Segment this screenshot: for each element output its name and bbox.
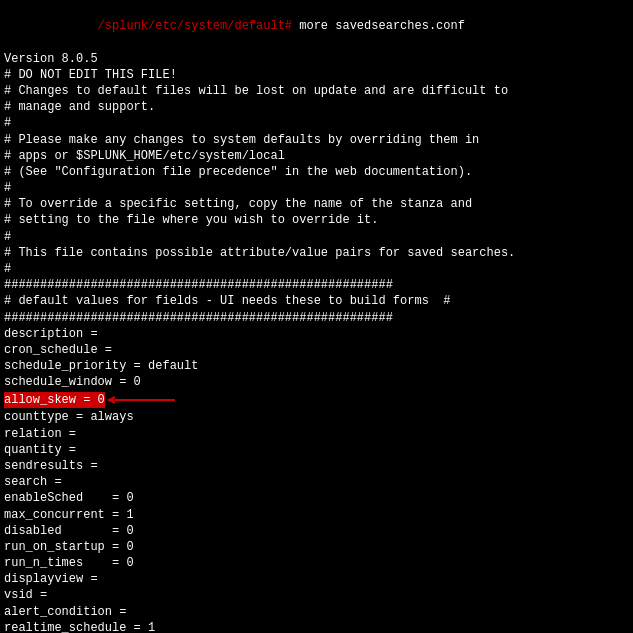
line-schedule-window: schedule_window = 0 (4, 374, 629, 390)
line-contains: # This file contains possible attribute/… (4, 245, 629, 261)
line-sendresults: sendresults = (4, 458, 629, 474)
line-see: # (See "Configuration file precedence" i… (4, 164, 629, 180)
line-blank3: # (4, 229, 629, 245)
line-do-not-edit: # DO NOT EDIT THIS FILE! (4, 67, 629, 83)
line-description: description = (4, 326, 629, 342)
line-please: # Please make any changes to system defa… (4, 132, 629, 148)
line-realtime-schedule: realtime_schedule = 1 (4, 620, 629, 633)
line-to-override: # To override a specific setting, copy t… (4, 196, 629, 212)
line-enablesched: enableSched = 0 (4, 490, 629, 506)
line-alert-condition: alert_condition = (4, 604, 629, 620)
line-hashes1: ########################################… (4, 277, 629, 293)
line-blank2: # (4, 180, 629, 196)
arrow-line (115, 399, 175, 401)
line-relation: relation = (4, 426, 629, 442)
line-version: Version 8.0.5 (4, 51, 629, 67)
line-changes: # Changes to default files will be lost … (4, 83, 629, 99)
line-disabled: disabled = 0 (4, 523, 629, 539)
arrow-icon: ◄ (107, 391, 115, 410)
line-default-values: # default values for fields - UI needs t… (4, 293, 629, 309)
line-hashes2: ########################################… (4, 310, 629, 326)
allow-skew-text: allow_skew = 0 (4, 392, 105, 408)
line-quantity: quantity = (4, 442, 629, 458)
terminal-window: /splunk/etc/system/default# more savedse… (0, 0, 633, 633)
terminal-prompt: /splunk/etc/system/default# more savedse… (4, 2, 629, 51)
line-run-on-startup: run_on_startup = 0 (4, 539, 629, 555)
line-counttype: counttype = always (4, 409, 629, 425)
line-max-concurrent: max_concurrent = 1 (4, 507, 629, 523)
line-blank1: # (4, 115, 629, 131)
line-setting: # setting to the file where you wish to … (4, 212, 629, 228)
line-displayview: displayview = (4, 571, 629, 587)
prompt-path: /splunk/etc/system/default# (33, 19, 292, 33)
line-vsid: vsid = (4, 587, 629, 603)
line-allow-skew: allow_skew = 0◄ (4, 391, 629, 410)
line-cron-schedule: cron_schedule = (4, 342, 629, 358)
prompt-command: more savedsearches.conf (292, 19, 465, 33)
line-blank4: # (4, 261, 629, 277)
line-manage: # manage and support. (4, 99, 629, 115)
line-run-n-times: run_n_times = 0 (4, 555, 629, 571)
line-schedule-priority: schedule_priority = default (4, 358, 629, 374)
line-search: search = (4, 474, 629, 490)
line-apps: # apps or $SPLUNK_HOME/etc/system/local (4, 148, 629, 164)
